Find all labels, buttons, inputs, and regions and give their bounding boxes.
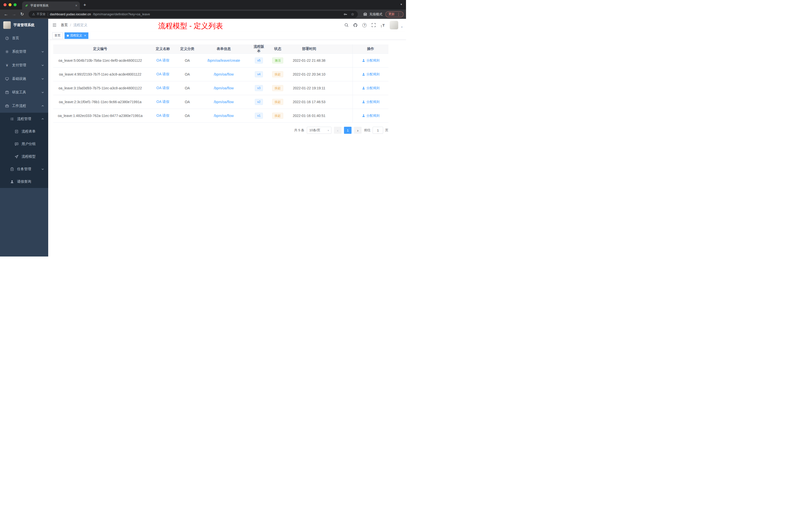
page-size-select[interactable]: 10条/页 ▾ xyxy=(307,127,331,134)
sidebar-item-process-management[interactable]: 流程管理 xyxy=(0,113,48,125)
col-header-form-info: 表单信息 xyxy=(196,44,251,54)
page-title: 流程模型 - 定义列表 xyxy=(158,21,223,31)
sidebar-item-user-group[interactable]: 用户分组 xyxy=(0,138,48,150)
tags-view-bar: 首页 流程定义 × xyxy=(48,31,406,40)
definition-name-link[interactable]: OA 请假 xyxy=(156,114,169,118)
back-icon[interactable]: ← xyxy=(2,12,9,16)
assign-rule-button[interactable]: 分配规则 xyxy=(362,86,380,90)
definition-name-link[interactable]: OA 请假 xyxy=(156,86,169,90)
tag-home[interactable]: 首页 xyxy=(52,32,63,39)
chevron-up-icon xyxy=(41,104,44,108)
definition-name-link[interactable]: OA 请假 xyxy=(156,58,169,63)
table-header: 定义编号 定义名称 定义分类 表单信息 流程版本 状态 部署时间 操作 xyxy=(53,44,388,54)
chat-bubble-icon xyxy=(14,142,19,146)
sidebar-item-home[interactable]: 首页 xyxy=(0,31,48,45)
font-size-icon[interactable]: TT xyxy=(380,22,386,28)
chevron-down-icon xyxy=(41,64,44,67)
breadcrumb-separator: / xyxy=(70,23,71,27)
sidebar-item-label: 请假查询 xyxy=(17,179,31,184)
url-divider xyxy=(48,12,48,16)
col-header-actions: 操作 xyxy=(352,44,388,54)
sidebar-logo[interactable]: 芋道管理系统 xyxy=(0,19,48,31)
reload-icon[interactable]: ↻ xyxy=(19,12,26,16)
version-badge: v1 xyxy=(255,113,263,119)
security-indicator[interactable]: ⚠ 不安全 xyxy=(32,12,46,16)
user-icon xyxy=(362,86,365,90)
update-label: 更新 xyxy=(388,12,395,16)
browser-window: 芋道管理系统 × + ▾ ← → ↻ ⚠ 不安全 dashboard.yudao… xyxy=(0,0,406,256)
browser-menu-icon[interactable]: ⋮ xyxy=(397,12,401,17)
assign-rule-button[interactable]: 分配规则 xyxy=(362,114,380,118)
search-icon[interactable] xyxy=(344,22,349,28)
cell-deploy-time: 2022-01-16 01:40:51 xyxy=(289,109,329,122)
sidebar-item-process-form[interactable]: 流程表单 xyxy=(0,125,48,138)
bookmark-star-icon[interactable]: ☆ xyxy=(351,12,354,17)
sidebar-item-task-management[interactable]: 任务管理 xyxy=(0,163,48,175)
assign-rule-button[interactable]: 分配规则 xyxy=(362,58,380,63)
address-bar[interactable]: ⚠ 不安全 dashboard.yudao.iocoder.cn /bpm/ma… xyxy=(29,11,358,18)
help-icon[interactable]: ? xyxy=(361,22,368,28)
browser-tab[interactable]: 芋道管理系统 × xyxy=(22,1,80,9)
goto-page-input[interactable] xyxy=(373,127,383,134)
page-number-1[interactable]: 1 xyxy=(344,127,351,134)
zoom-window-button[interactable] xyxy=(13,3,17,6)
chevron-up-icon xyxy=(41,117,44,120)
definition-name-link[interactable]: OA 请假 xyxy=(156,100,169,104)
sidebar-item-payment[interactable]: ¥ 支付管理 xyxy=(0,58,48,72)
tag-process-definition[interactable]: 流程定义 × xyxy=(64,32,88,39)
sidebar-item-leave-query[interactable]: 请假查询 xyxy=(0,175,48,188)
new-tab-button[interactable]: + xyxy=(83,2,86,7)
definition-name-link[interactable]: OA 请假 xyxy=(156,72,169,77)
assign-rule-button[interactable]: 分配规则 xyxy=(362,100,380,104)
assign-rule-button[interactable]: 分配规则 xyxy=(362,72,380,77)
chevron-down-icon: ▾ xyxy=(328,129,329,132)
user-icon xyxy=(362,72,365,76)
status-badge: 挂起 xyxy=(272,71,283,77)
form-info-link[interactable]: /bpm/oa/flow xyxy=(214,86,233,90)
form-info-link[interactable]: /bpm/oa/leave/create xyxy=(207,58,240,62)
next-page-button[interactable]: › xyxy=(354,127,361,134)
window-controls xyxy=(0,3,20,6)
browser-update-button[interactable]: 更新 ⋮ xyxy=(385,11,404,17)
minimize-window-button[interactable] xyxy=(8,3,11,6)
cell-category: OA xyxy=(178,109,196,122)
sidebar: 芋道管理系统 首页 系统管理 ¥ 支付管理 基础设施 xyxy=(0,19,48,256)
sidebar-item-workflow[interactable]: 工作流程 xyxy=(0,99,48,113)
chevron-down-icon xyxy=(41,50,44,53)
version-badge: v3 xyxy=(255,85,263,91)
user-avatar[interactable] xyxy=(390,21,398,29)
tab-list-caret-icon[interactable]: ▾ xyxy=(401,3,402,6)
breadcrumb-home[interactable]: 首页 xyxy=(61,23,68,27)
form-info-link[interactable]: /bpm/oa/flow xyxy=(214,100,233,104)
prev-page-button[interactable]: ‹ xyxy=(334,127,342,134)
sidebar-item-system[interactable]: 系统管理 xyxy=(0,45,48,58)
version-badge: v4 xyxy=(255,71,263,77)
key-icon[interactable] xyxy=(344,12,348,16)
sidebar-item-process-model[interactable]: 流程模型 xyxy=(0,150,48,163)
sidebar-item-label: 流程表单 xyxy=(22,129,36,134)
tag-close-icon[interactable]: × xyxy=(84,34,86,37)
form-info-link[interactable]: /bpm/oa/flow xyxy=(214,72,233,76)
col-header-deploy-time: 部署时间 xyxy=(289,44,329,54)
cell-category: OA xyxy=(178,81,196,95)
cell-category: OA xyxy=(178,54,196,67)
form-info-link[interactable]: /bpm/oa/flow xyxy=(214,114,233,118)
forward-icon[interactable]: → xyxy=(10,12,18,16)
cell-definition-id: oa_leave:3:1fad3d93-7b75-11ec-a3c8-acde4… xyxy=(53,81,147,95)
tag-label: 流程定义 xyxy=(70,33,82,38)
avatar-caret-icon[interactable]: ▾ xyxy=(401,26,403,28)
document-icon xyxy=(14,129,19,133)
tab-close-icon[interactable]: × xyxy=(75,4,77,7)
github-icon[interactable] xyxy=(352,22,358,28)
col-header-category: 定义分类 xyxy=(178,44,196,54)
sidebar-item-label: 首页 xyxy=(12,36,19,40)
fullscreen-icon[interactable] xyxy=(371,22,377,28)
close-window-button[interactable] xyxy=(3,3,6,6)
sidebar-item-label: 研发工具 xyxy=(12,90,26,95)
paper-plane-icon xyxy=(14,155,19,159)
sidebar-item-infrastructure[interactable]: 基础设施 xyxy=(0,72,48,86)
sidebar-item-label: 基础设施 xyxy=(12,77,26,81)
table-row: oa_leave:4:991f2193-7b7f-11ec-a3c8-acde4… xyxy=(53,67,388,81)
hamburger-icon[interactable] xyxy=(48,23,61,27)
sidebar-item-dev-tools[interactable]: 研发工具 xyxy=(0,86,48,99)
